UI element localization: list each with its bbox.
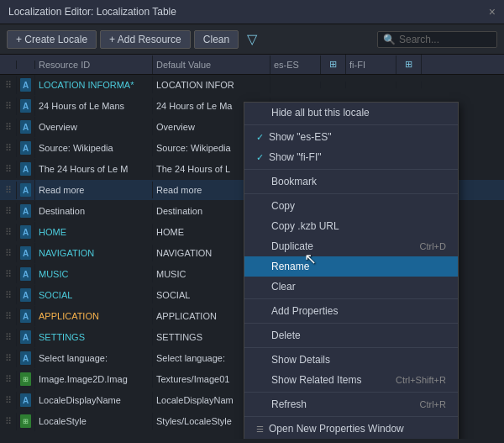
context-menu-divider (244, 298, 458, 299)
th-fi-fi: fi-FI (346, 55, 396, 74)
icon-a: A (20, 267, 31, 281)
menu-item-label: Rename (271, 261, 309, 272)
context-menu-item[interactable]: Bookmark (244, 171, 458, 192)
row-icon: A (17, 264, 35, 284)
drag-handle[interactable]: ⠿ (0, 76, 17, 94)
context-menu-divider (244, 323, 458, 324)
drag-handle[interactable]: ⠿ (0, 161, 17, 178)
menu-item-label: Delete (271, 330, 301, 341)
resource-id-cell: The 24 Hours of Le M (35, 161, 153, 177)
menu-item-left: Duplicate (256, 240, 313, 252)
context-menu-divider (244, 347, 458, 348)
row-icon: A (17, 159, 35, 179)
icon-a: A (20, 309, 31, 323)
filter-button[interactable]: ▽ (242, 29, 262, 49)
resource-id-cell: Overview (35, 119, 153, 135)
drag-handle[interactable]: ⠿ (0, 287, 17, 304)
toolbar: + Create Locale + Add Resource Clean ▽ 🔍 (0, 24, 504, 55)
context-menu-divider (244, 416, 458, 417)
resource-id-cell: NAVIGATION (35, 245, 153, 261)
context-menu-divider (244, 193, 458, 194)
drag-handle[interactable]: ⠿ (0, 224, 17, 241)
row-icon: A (17, 201, 35, 221)
resource-id-cell: SOCIAL (35, 287, 153, 303)
menu-item-left: Show Details (256, 354, 330, 366)
fi-fi-grid-icon: ⊞ (405, 59, 412, 70)
icon-a: A (20, 78, 31, 92)
context-menu-item[interactable]: ✓ Show "es-ES" (244, 127, 458, 147)
resource-id-cell: MUSIC (35, 266, 153, 282)
row-icon: A (17, 348, 35, 368)
context-menu-item[interactable]: ☰ Open New Properties Window (244, 419, 458, 439)
resource-id-cell: HOME (35, 224, 153, 240)
row-icon: A (17, 75, 35, 95)
th-drag (0, 61, 17, 69)
drag-handle[interactable]: ⠿ (0, 392, 17, 409)
default-value-cell: LOCATION INFOR (153, 76, 270, 93)
drag-handle[interactable]: ⠿ (0, 98, 17, 115)
drag-handle[interactable]: ⠿ (0, 308, 17, 325)
menu-item-label: Open New Properties Window (269, 423, 404, 435)
icon-a: A (20, 141, 31, 155)
table-row[interactable]: ⠿ A LOCATION INFORMA* LOCATION INFOR (0, 75, 504, 96)
check-icon: ✓ (256, 132, 264, 143)
clean-button[interactable]: Clean (194, 30, 239, 49)
context-menu-item[interactable]: ✓ Show "fi-FI" (244, 147, 458, 167)
menu-item-label: Duplicate (271, 240, 313, 252)
context-menu-item[interactable]: Copy (244, 196, 458, 216)
resource-id-cell: LocaleDisplayName (35, 392, 153, 409)
drag-handle[interactable]: ⠿ (0, 413, 17, 430)
context-menu-item[interactable]: Add Properties (244, 301, 458, 321)
drag-handle[interactable]: ⠿ (0, 245, 17, 262)
context-menu-item[interactable]: Show Related Items Ctrl+Shift+R (244, 370, 458, 390)
menu-item-left: Copy .kzb URL (256, 220, 339, 232)
icon-grid: ⊞ (20, 414, 31, 428)
close-button[interactable]: × (489, 5, 496, 18)
menu-item-left: ✓ Show "es-ES" (256, 131, 332, 143)
menu-item-left: Copy (256, 200, 295, 212)
add-resource-button[interactable]: + Add Resource (100, 30, 191, 49)
resource-id-cell: LocaleStyle (35, 413, 153, 430)
context-menu: Hide all but this locale ✓ Show "es-ES" … (244, 102, 459, 439)
drag-handle[interactable]: ⠿ (0, 371, 17, 388)
context-menu-item[interactable]: Hide all but this locale (244, 103, 458, 123)
search-input[interactable] (399, 34, 491, 45)
row-icon: A (17, 306, 35, 326)
table-header: Resource ID Default Value es-ES ⊞ fi-FI … (0, 55, 504, 75)
menu-item-left: Refresh (256, 398, 307, 410)
resource-id-cell: Image.Image2D.Imag (35, 371, 153, 388)
th-es-es-label: es-ES (274, 60, 299, 70)
drag-handle[interactable]: ⠿ (0, 203, 17, 220)
drag-handle[interactable]: ⠿ (0, 266, 17, 283)
menu-item-left: Delete (256, 330, 301, 341)
context-menu-item[interactable]: Clear (244, 277, 458, 297)
es-es-icon-cell (321, 82, 346, 88)
drag-handle[interactable]: ⠿ (0, 329, 17, 346)
menu-item-label: Show Details (271, 354, 330, 366)
context-menu-item[interactable]: Show Details (244, 350, 458, 370)
drag-handle[interactable]: ⠿ (0, 119, 17, 136)
context-menu-item[interactable]: Rename (244, 256, 458, 277)
menu-item-left: ✓ Show "fi-FI" (256, 151, 322, 163)
context-menu-divider (244, 124, 458, 125)
menu-item-shortcut: Ctrl+R (420, 399, 446, 409)
menu-item-label: Clear (271, 281, 296, 293)
create-locale-button[interactable]: + Create Locale (7, 30, 97, 49)
row-icon: ⊞ (17, 411, 35, 431)
resource-id-cell: Source: Wikipedia (35, 140, 153, 156)
drag-handle[interactable]: ⠿ (0, 182, 17, 199)
menu-item-label: Copy .kzb URL (271, 220, 339, 232)
menu-item-label: Refresh (271, 398, 307, 410)
context-menu-item[interactable]: Duplicate Ctrl+D (244, 236, 458, 256)
icon-a: A (20, 204, 31, 218)
drag-handle[interactable]: ⠿ (0, 140, 17, 157)
menu-item-left: Hide all but this locale (256, 107, 370, 119)
context-menu-item[interactable]: Copy .kzb URL (244, 216, 458, 236)
context-menu-item[interactable]: Delete (244, 325, 458, 345)
check-icon: ✓ (256, 152, 264, 163)
drag-handle[interactable]: ⠿ (0, 350, 17, 367)
es-es-grid-icon: ⊞ (329, 59, 337, 70)
row-icon: A (17, 180, 35, 200)
context-menu-item[interactable]: Refresh Ctrl+R (244, 394, 458, 414)
menu-item-left: Show Related Items (256, 374, 361, 386)
